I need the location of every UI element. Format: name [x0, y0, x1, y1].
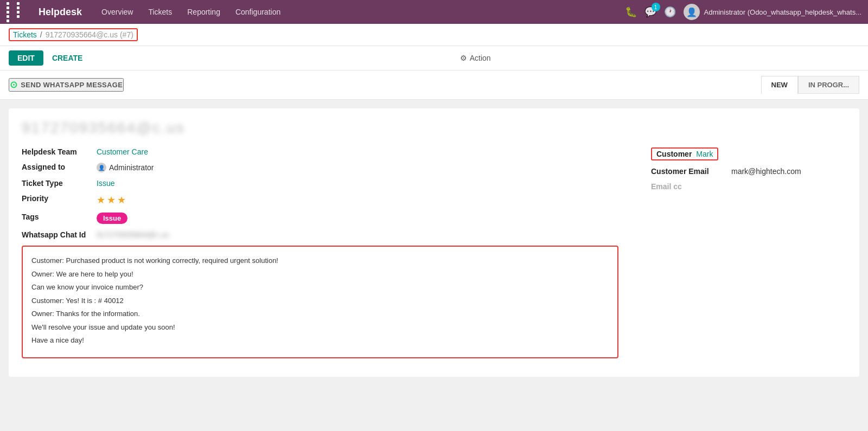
star-3: ★: [117, 194, 126, 206]
app-title: Helpdesk: [39, 7, 82, 18]
tags-field: Tags Issue: [22, 213, 618, 224]
message-line-0: Customer: Purchased product is not worki…: [31, 255, 609, 266]
apps-grid-icon[interactable]: [7, 2, 25, 22]
customer-email-label: Customer Email: [651, 167, 727, 176]
whatsapp-btn-label: SEND WHATSAPP MESSAGE: [21, 81, 123, 89]
action-button[interactable]: ⚙ Action: [460, 54, 491, 62]
bug-icon[interactable]: 🐛: [625, 6, 637, 18]
breadcrumb: Tickets / 917270935664@c.us (#7): [9, 28, 138, 41]
status-in-progress[interactable]: IN PROGR...: [798, 76, 859, 94]
priority-stars[interactable]: ★ ★ ★: [97, 194, 126, 206]
form-left-col: Helpdesk Team Customer Care Assigned to …: [22, 147, 618, 358]
action-bar: EDIT CREATE ⚙ Action: [0, 46, 868, 70]
breadcrumb-bar: Tickets / 917270935664@c.us (#7): [0, 24, 868, 46]
avatar: 👤: [684, 4, 700, 20]
ticket-type-value[interactable]: Issue: [97, 179, 114, 188]
star-1: ★: [97, 194, 105, 206]
create-button[interactable]: CREATE: [50, 50, 85, 66]
nav-tickets[interactable]: Tickets: [146, 7, 174, 17]
assigned-to-field: Assigned to 👤 Administrator: [22, 163, 618, 172]
action-label: Action: [470, 54, 491, 62]
priority-label: Priority: [22, 194, 92, 203]
top-navigation: Helpdesk Overview Tickets Reporting Conf…: [0, 0, 868, 24]
chat-icon[interactable]: 💬 1: [644, 6, 656, 18]
message-line-6: Have a nice day!: [31, 335, 609, 346]
main-content: 917270935664@c.us Helpdesk Team Customer…: [0, 100, 868, 431]
whatsapp-bar: ⊙ SEND WHATSAPP MESSAGE NEW IN PROGR...: [0, 70, 868, 100]
nav-links: Overview Tickets Reporting Configuration: [99, 7, 611, 17]
star-2: ★: [107, 194, 116, 206]
message-line-2: Can we know your invoice number?: [31, 282, 609, 293]
breadcrumb-separator: /: [40, 30, 42, 39]
customer-value[interactable]: Mark: [696, 150, 713, 158]
message-line-1: Owner: We are here to help you!: [31, 269, 609, 280]
breadcrumb-tickets-link[interactable]: Tickets: [13, 30, 37, 39]
tags-label: Tags: [22, 213, 92, 221]
customer-email-field: Customer Email mark@hightech.com: [651, 167, 846, 176]
nav-configuration[interactable]: Configuration: [233, 7, 283, 17]
edit-button[interactable]: EDIT: [9, 50, 43, 66]
whatsapp-icon: ⊙: [10, 79, 17, 91]
message-line-4: Owner: Thanks for the information.: [31, 308, 609, 319]
assigned-mini-avatar: 👤: [97, 163, 106, 172]
assigned-to-value: Administrator: [109, 163, 154, 172]
whatsapp-id-value: 917270935664@c.us: [97, 230, 169, 239]
helpdesk-team-value[interactable]: Customer Care: [97, 147, 148, 156]
ticket-title-blurred: 917270935664@c.us: [22, 119, 846, 137]
customer-field-box: Customer Mark: [651, 147, 718, 160]
breadcrumb-current-ticket: 917270935664@c.us (#7): [46, 30, 133, 39]
form-right-col: Customer Mark Customer Email mark@highte…: [651, 147, 846, 358]
assigned-avatar: 👤 Administrator: [97, 163, 154, 172]
chat-badge: 1: [652, 3, 660, 11]
user-menu[interactable]: 👤 Administrator (Odoo_whatsapp_helpdesk_…: [684, 4, 862, 20]
tag-issue-badge[interactable]: Issue: [97, 213, 127, 224]
priority-field: Priority ★ ★ ★: [22, 194, 618, 206]
customer-email-value: mark@hightech.com: [731, 167, 801, 176]
user-label: Administrator (Odoo_whatsapp_helpdesk_wh…: [704, 8, 862, 16]
message-box: Customer: Purchased product is not worki…: [22, 246, 618, 358]
topnav-icons: 🐛 💬 1 🕐 👤 Administrator (Odoo_whatsapp_h…: [625, 4, 862, 20]
helpdesk-team-label: Helpdesk Team: [22, 147, 92, 156]
nav-overview[interactable]: Overview: [99, 7, 135, 17]
ticket-type-field: Ticket Type Issue: [22, 179, 618, 188]
email-cc-label: Email cc: [651, 182, 727, 191]
message-line-5: We'll resolve your issue and update you …: [31, 322, 609, 333]
whatsapp-id-field: Whatsapp Chat Id 917270935664@c.us: [22, 230, 618, 239]
form-card: 917270935664@c.us Helpdesk Team Customer…: [9, 108, 859, 377]
form-main-row: Helpdesk Team Customer Care Assigned to …: [22, 147, 846, 358]
clock-icon[interactable]: 🕐: [664, 6, 676, 18]
send-whatsapp-button[interactable]: ⊙ SEND WHATSAPP MESSAGE: [9, 78, 124, 92]
ticket-type-label: Ticket Type: [22, 179, 92, 188]
helpdesk-team-field: Helpdesk Team Customer Care: [22, 147, 618, 156]
customer-label: Customer: [656, 150, 692, 158]
whatsapp-id-label: Whatsapp Chat Id: [22, 230, 92, 239]
assigned-to-label: Assigned to: [22, 163, 92, 171]
gear-icon: ⚙: [460, 54, 467, 62]
nav-reporting[interactable]: Reporting: [185, 7, 222, 17]
status-badges: NEW IN PROGR...: [761, 76, 859, 94]
email-cc-field: Email cc: [651, 182, 846, 191]
status-new[interactable]: NEW: [761, 76, 798, 94]
customer-field-row: Customer Mark: [651, 147, 846, 160]
message-line-3: Customer: Yes! It is : # 40012: [31, 295, 609, 306]
